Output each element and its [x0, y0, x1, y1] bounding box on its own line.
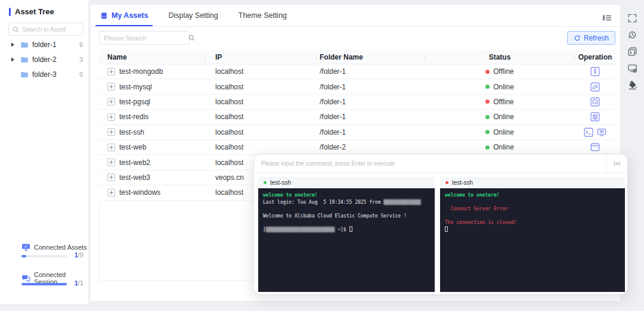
table-row[interactable]: test-weblocalhost/folder-2Online: [99, 140, 615, 155]
cell-ip: localhost: [205, 128, 317, 136]
stat-progress-fill: [21, 255, 26, 257]
cell-operation: [575, 127, 615, 137]
cell-folder: /folder-1: [317, 67, 425, 76]
tab-my-assets[interactable]: My Assets: [95, 5, 153, 26]
expand-plus-icon[interactable]: [107, 189, 115, 197]
expand-plus-icon[interactable]: [107, 83, 115, 91]
cell-operation: [575, 82, 615, 92]
caret-icon[interactable]: [11, 57, 16, 62]
table-row[interactable]: test-mongodblocalhost/folder-1Offline: [99, 64, 615, 79]
table-search-input[interactable]: [104, 35, 188, 42]
mysql-icon[interactable]: [590, 82, 600, 92]
stat-connected-assets: Connected Assets1/9: [0, 242, 88, 270]
asset-name: test-ssh: [119, 128, 144, 136]
terminal-pane-header: test-ssh: [258, 177, 435, 188]
tab-label: Theme Setting: [239, 11, 287, 20]
session-status-dot: [264, 181, 267, 184]
cell-ip: localhost: [205, 67, 317, 76]
cell-name: test-ssh: [99, 128, 205, 136]
cell-operation: [575, 112, 615, 122]
expand-plus-icon[interactable]: [107, 68, 115, 76]
cell-status: Online: [425, 128, 575, 136]
terminal-cursor: [349, 226, 352, 232]
expand-plus-icon[interactable]: [107, 113, 115, 121]
search-icon: [13, 26, 19, 33]
sidebar: Asset Tree folder-16folder-23folder-30 C…: [0, 0, 88, 304]
terminal-screen[interactable]: welcome to oneterm!Last login: Tue Aug 5…: [258, 188, 435, 292]
column-settings-icon[interactable]: [602, 14, 612, 22]
cell-name: test-pgsql: [99, 98, 205, 106]
connection-stats: Connected Assets1/9Connected Session1/1: [0, 242, 88, 298]
table-row[interactable]: test-sshlocalhost/folder-1Online: [99, 125, 615, 140]
asset-name: test-mysql: [119, 83, 152, 91]
expand-plus-icon[interactable]: [107, 173, 115, 181]
terminal-pane-header: test-ssh: [440, 177, 625, 188]
monitor-settings-icon[interactable]: [627, 63, 637, 73]
caret-icon[interactable]: [11, 42, 16, 47]
cell-folder: /folder-1: [317, 83, 425, 91]
terminal-line: Last login: Tue Aug 5 19:34:55 2025 from…: [263, 199, 430, 206]
ssh-terminal-icon[interactable]: [584, 127, 593, 137]
tab-bar: My AssetsDisplay SettingTheme Setting: [95, 5, 302, 26]
status-dot: [485, 130, 490, 134]
asset-search-input[interactable]: [22, 26, 76, 33]
redis-icon[interactable]: [590, 112, 600, 122]
status-badge: Online: [493, 128, 514, 136]
table-row[interactable]: test-mysqllocalhost/folder-1Online: [99, 79, 615, 94]
search-icon: [188, 35, 195, 41]
terminal-text: Welcome to Alibaba Cloud Elastic Compute…: [263, 213, 407, 219]
stat-progress-track: [21, 283, 67, 285]
cell-folder: /folder-1: [317, 98, 425, 106]
cell-folder: /folder-1: [317, 113, 425, 121]
tree-item-folder-2[interactable]: folder-23: [0, 52, 88, 67]
tree-item-folder-1[interactable]: folder-16: [0, 37, 88, 52]
expand-plus-icon[interactable]: [107, 98, 115, 105]
column-header-operation: Operation: [575, 50, 615, 64]
cell-status: Offline: [425, 67, 575, 76]
mongodb-icon[interactable]: [590, 67, 600, 76]
stat-connected-session: Connected Session1/1: [0, 270, 88, 298]
sidebar-title: Asset Tree: [9, 7, 54, 16]
terminal-text: ~]$: [335, 227, 349, 232]
asset-search-box[interactable]: [8, 23, 83, 36]
sidebar-title-text: Asset Tree: [15, 7, 54, 16]
expand-plus-icon[interactable]: [107, 128, 115, 136]
asset-name: test-web2: [119, 158, 150, 167]
tree-item-folder-3[interactable]: folder-30: [0, 67, 88, 82]
terminal-session-title: test-ssh: [452, 179, 473, 186]
asset-name: test-web3: [119, 173, 150, 182]
console-window-icon[interactable]: [627, 46, 637, 57]
cell-status: Offline: [425, 98, 575, 106]
theme-bucket-icon[interactable]: [627, 80, 637, 90]
terminal-line: [263, 206, 430, 213]
broadcast-icon[interactable]: [606, 154, 627, 173]
column-header-label: Operation: [578, 53, 612, 61]
web-icon[interactable]: [590, 142, 600, 152]
history-icon[interactable]: [627, 30, 637, 40]
title-accent-bar: [9, 8, 11, 16]
assets-db-icon: [100, 12, 108, 20]
terminal-text: welcome to oneterm!: [263, 192, 318, 198]
sftp-icon[interactable]: [597, 127, 606, 137]
table-search-box[interactable]: [99, 31, 190, 45]
terminal-screen[interactable]: welcome to oneterm! Connect Server Error…: [440, 188, 625, 292]
column-header-folder-name: Folder Name: [317, 50, 425, 64]
redacted-text: ████████████████████████: [266, 227, 335, 232]
pgsql-icon[interactable]: [590, 97, 600, 107]
expand-plus-icon[interactable]: [107, 144, 115, 151]
terminal-line: Welcome to Alibaba Cloud Elastic Compute…: [263, 213, 430, 220]
table-row[interactable]: test-redislocalhost/folder-1Online: [99, 110, 615, 125]
expand-plus-icon[interactable]: [107, 158, 115, 166]
column-header-ip: IP: [205, 50, 317, 64]
status-dot: [485, 99, 490, 104]
fullscreen-icon[interactable]: [627, 13, 637, 23]
cell-ip: localhost: [205, 98, 317, 106]
tab-theme-setting[interactable]: Theme Setting: [234, 5, 292, 26]
tree-item-count: 6: [79, 41, 83, 48]
table-row[interactable]: test-pgsqllocalhost/folder-1Offline: [99, 95, 615, 110]
stat-progress-track: [21, 255, 67, 257]
tab-display-setting[interactable]: Display Setting: [163, 5, 222, 26]
command-input[interactable]: [254, 160, 606, 167]
refresh-button[interactable]: Refresh: [567, 31, 615, 45]
status-dot: [485, 85, 490, 89]
